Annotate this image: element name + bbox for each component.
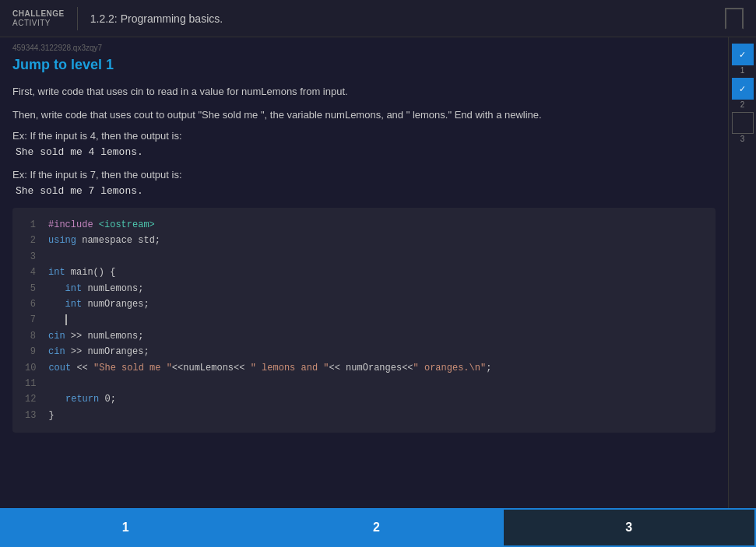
- level-num-1: 1: [740, 66, 745, 75]
- jump-to-level: Jump to level 1: [12, 57, 716, 73]
- line-code-10: cout << "She sold me "<<numLemons<< " le…: [48, 360, 491, 376]
- line-num-12: 12: [25, 391, 36, 407]
- code-line-5: 5 int numLemons;: [25, 281, 703, 296]
- bottom-tabs: 1 2 3: [0, 508, 756, 547]
- code-line-9: 9 cin >> numOranges;: [25, 344, 703, 359]
- header-subtitle: 1.2.2: Programming basics.: [90, 12, 223, 25]
- code-line-4: 4 int main() {: [25, 265, 703, 280]
- tab-3[interactable]: 3: [502, 508, 756, 547]
- session-id: 459344.3122928.qx3zqy7: [12, 44, 716, 52]
- line-code-6: int numOranges;: [48, 296, 149, 312]
- code-line-8: 8 cin >> numLemons;: [25, 328, 703, 344]
- line-num-1: 1: [25, 217, 36, 233]
- line-num-2: 2: [25, 233, 36, 248]
- code-line-2: 2 using namespace std;: [25, 233, 703, 248]
- code-line-6: 6 int numOranges;: [25, 296, 703, 312]
- example-output-1: She sold me 4 lemons.: [12, 146, 716, 158]
- code-line-1: 1 #include <iostream>: [25, 217, 703, 233]
- code-line-3: 3: [25, 249, 703, 265]
- line-num-8: 8: [25, 328, 36, 344]
- tab-1[interactable]: 1: [0, 508, 251, 547]
- line-code-8: cin >> numLemons;: [48, 328, 143, 344]
- code-line-11: 11: [25, 376, 703, 391]
- code-line-13: 13 }: [25, 408, 703, 423]
- level-badge-2[interactable]: ✓: [732, 78, 754, 100]
- side-item-3[interactable]: 3: [732, 112, 754, 143]
- description-1: First, write code that uses cin to read …: [12, 84, 716, 100]
- activity-label: ACTIVITY: [12, 19, 65, 28]
- line-num-3: 3: [25, 249, 36, 265]
- challenge-label: CHALLENGE: [12, 9, 65, 19]
- line-code-7: [48, 312, 67, 328]
- header: CHALLENGE ACTIVITY 1.2.2: Programming ba…: [0, 0, 756, 37]
- line-num-4: 4: [25, 265, 36, 280]
- bookmark-icon[interactable]: [725, 8, 744, 30]
- line-num-9: 9: [25, 344, 36, 359]
- line-num-10: 10: [25, 360, 36, 376]
- side-panel: ✓ 1 ✓ 2 3: [728, 37, 756, 508]
- line-code-4: int main() {: [48, 265, 115, 280]
- code-line-12: 12 return 0;: [25, 391, 703, 407]
- level-badge-1[interactable]: ✓: [732, 44, 754, 65]
- line-code-13: }: [48, 408, 54, 423]
- line-code-5: int numLemons;: [48, 281, 143, 296]
- description-2: Then, write code that uses cout to outpu…: [12, 107, 716, 123]
- level-num-3: 3: [740, 135, 745, 143]
- line-code-12: return 0;: [48, 391, 115, 407]
- code-editor[interactable]: 1 #include <iostream> 2 using namespace …: [12, 208, 716, 433]
- header-divider: [77, 7, 78, 30]
- line-code-9: cin >> numOranges;: [48, 344, 149, 359]
- example-label-1: Ex: If the input is 4, then the output i…: [12, 130, 716, 142]
- line-num-11: 11: [25, 376, 36, 391]
- side-item-2[interactable]: ✓ 2: [732, 78, 754, 109]
- line-num-5: 5: [25, 281, 36, 296]
- header-title-block: CHALLENGE ACTIVITY: [12, 9, 65, 28]
- side-item-1[interactable]: ✓ 1: [732, 44, 754, 75]
- tab-2[interactable]: 2: [251, 508, 501, 547]
- level-badge-3[interactable]: [732, 112, 754, 134]
- example-label-2: Ex: If the input is 7, then the output i…: [12, 169, 716, 181]
- code-line-10: 10 cout << "She sold me "<<numLemons<< "…: [25, 360, 703, 376]
- line-code-1: #include <iostream>: [48, 217, 155, 233]
- main-content: 459344.3122928.qx3zqy7 Jump to level 1 F…: [0, 37, 728, 508]
- line-code-2: using namespace std;: [48, 233, 160, 248]
- line-num-7: 7: [25, 312, 36, 328]
- line-num-6: 6: [25, 296, 36, 312]
- line-num-13: 13: [25, 408, 36, 423]
- code-line-7: 7: [25, 312, 703, 328]
- level-num-2: 2: [740, 100, 745, 109]
- example-output-2: She sold me 7 lemons.: [12, 185, 716, 197]
